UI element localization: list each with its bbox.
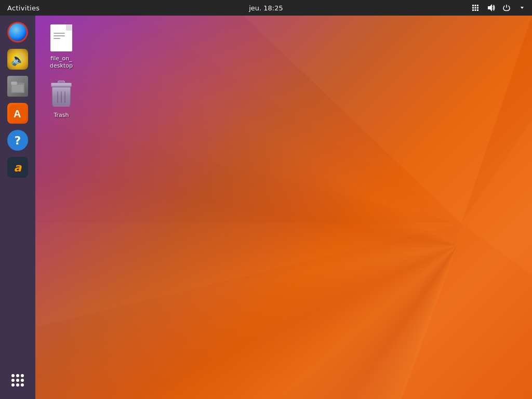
power-icon[interactable] [501, 2, 512, 14]
svg-rect-3 [472, 7, 474, 9]
activities-button[interactable]: Activities [4, 0, 43, 16]
app-grid-icon [11, 374, 24, 387]
desktop-icon-file[interactable]: file_on_desktop [41, 21, 82, 72]
file-on-desktop-icon [49, 23, 74, 53]
sidebar-dock: 🔊 A ? a [0, 16, 35, 399]
trash-icon [49, 79, 74, 110]
svg-rect-12 [11, 82, 17, 85]
amazon-icon: a [7, 157, 28, 178]
sidebar-item-help[interactable]: ? [5, 128, 30, 153]
svg-marker-10 [521, 7, 524, 9]
svg-rect-2 [477, 5, 478, 6]
svg-rect-5 [477, 7, 478, 9]
sidebar-item-amazon[interactable]: a [5, 155, 30, 180]
svg-marker-9 [488, 4, 492, 11]
desktop-icons-area: file_on_desktop Trash [35, 16, 87, 126]
top-panel: Activities jeu. 18:25 [0, 0, 532, 16]
svg-rect-8 [477, 9, 478, 11]
ubuntu-software-icon: A [7, 103, 28, 124]
firefox-icon [7, 22, 28, 43]
svg-rect-1 [475, 5, 476, 6]
trash-label: Trash [54, 112, 69, 119]
svg-rect-4 [475, 7, 476, 9]
tray-menu-chevron-icon[interactable] [516, 2, 528, 14]
system-tray [470, 2, 528, 14]
file-on-desktop-label: file_on_desktop [50, 55, 73, 70]
network-icon[interactable] [470, 2, 481, 14]
sidebar-item-rhythmbox[interactable]: 🔊 [5, 47, 30, 72]
sidebar-item-firefox[interactable] [5, 20, 30, 45]
files-icon [7, 76, 28, 97]
svg-rect-6 [472, 9, 474, 11]
show-applications-button[interactable] [5, 368, 30, 393]
svg-rect-13 [12, 85, 23, 92]
volume-icon[interactable] [485, 2, 497, 14]
svg-rect-7 [475, 9, 476, 11]
sidebar-item-ubuntu-software[interactable]: A [5, 101, 30, 126]
svg-rect-0 [472, 5, 474, 6]
clock-display: jeu. 18:25 [249, 4, 283, 12]
help-icon: ? [7, 130, 28, 151]
svg-text:A: A [14, 108, 21, 119]
desktop-icon-trash[interactable]: Trash [41, 77, 82, 121]
desktop [35, 16, 532, 399]
sidebar-item-files[interactable] [5, 74, 30, 99]
rhythmbox-icon: 🔊 [7, 49, 28, 70]
